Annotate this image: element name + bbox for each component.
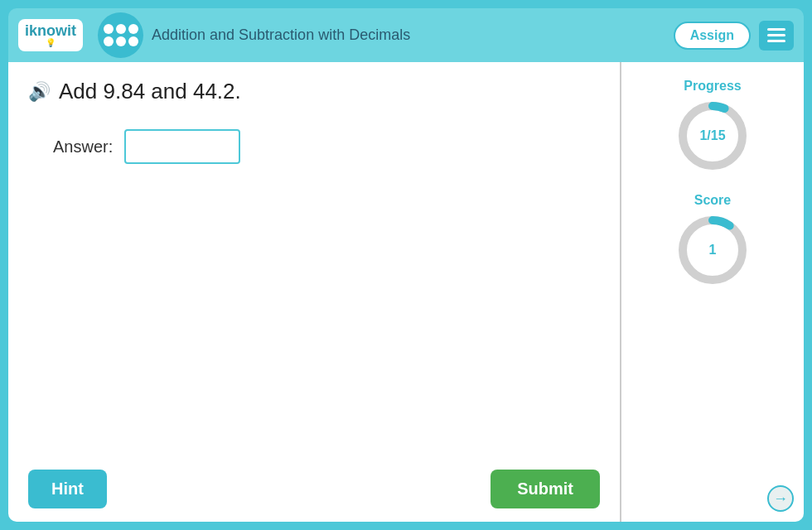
submit-button[interactable]: Submit [491,470,600,508]
assign-button[interactable]: Assign [674,22,751,50]
logo-area: iknowit 💡 [18,19,83,51]
dots-grid [104,24,138,46]
question-area: 🔊 Add 9.84 and 44.2. Answer: Hint Submit [8,62,621,522]
score-label: Score [694,193,731,208]
score-value: 1 [709,243,717,258]
score-section: Score 1 [675,193,750,287]
main-content: 🔊 Add 9.84 and 44.2. Answer: Hint Submit… [8,62,804,522]
score-donut: 1 [675,213,750,287]
progress-value: 1/15 [699,128,725,143]
app-header: iknowit 💡 Addition and Subtraction with … [8,8,804,62]
progress-donut: 1/15 [675,99,750,173]
bottom-buttons: Hint Submit [28,470,600,508]
sidebar: Progress 1/15 Score [621,62,804,522]
sound-icon[interactable]: 🔊 [28,81,51,103]
answer-row: Answer: [53,129,600,164]
activity-icon [98,12,143,58]
menu-button[interactable] [759,21,794,51]
question-display: Add 9.84 and 44.2. [59,79,241,104]
progress-label: Progress [684,79,741,94]
menu-line-2 [767,34,785,36]
answer-input[interactable] [124,129,240,164]
menu-line-3 [767,40,785,42]
progress-section: Progress 1/15 [675,79,750,173]
logo-text: iknowit [25,23,76,38]
question-text: 🔊 Add 9.84 and 44.2. [28,79,600,104]
back-button[interactable]: → [767,485,794,512]
menu-line-1 [767,28,785,31]
answer-label: Answer: [53,137,113,157]
logo-box: iknowit 💡 [18,19,83,51]
hint-button[interactable]: Hint [28,470,107,508]
activity-title: Addition and Subtraction with Decimals [152,26,665,44]
